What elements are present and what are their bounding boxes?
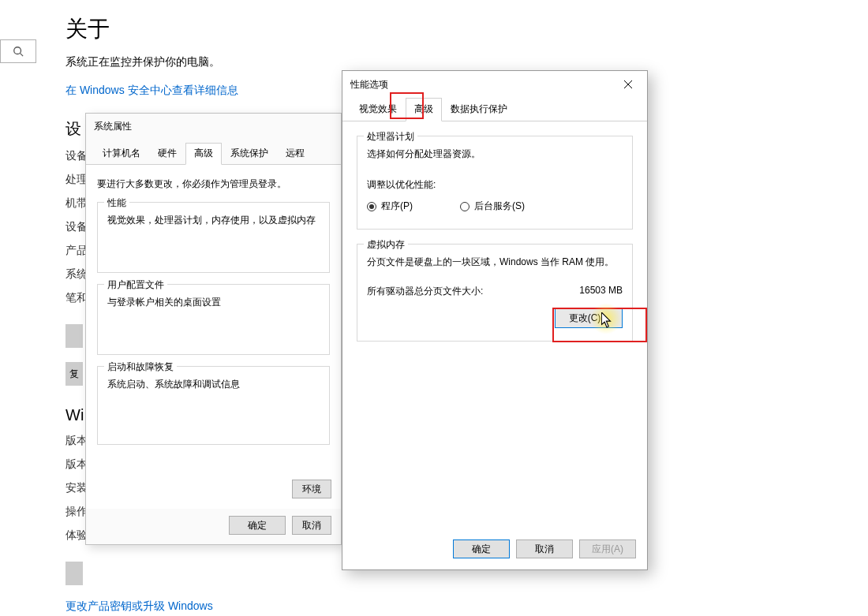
sysprops-body: 要进行大多数更改，你必须作为管理员登录。 性能 视觉效果，处理器计划，内存使用，… <box>86 165 341 509</box>
rename-label: 复 <box>69 368 79 381</box>
security-status: 系统正在监控并保护你的电脑。 <box>65 55 868 69</box>
dialog-title: 系统属性 <box>86 114 341 140</box>
cancel-button[interactable]: 取消 <box>292 516 331 535</box>
vm-total-value: 16503 MB <box>579 285 623 298</box>
user-profile-desc: 与登录帐户相关的桌面设置 <box>107 296 320 309</box>
perf-body: 处理器计划 选择如何分配处理器资源。 调整以优化性能: 程序(P) 后台服务(S… <box>342 121 647 367</box>
change-vm-button[interactable]: 更改(C)... <box>555 308 623 328</box>
radio-bg-label: 后台服务(S) <box>474 200 525 213</box>
perf-apply-button[interactable]: 应用(A) <box>579 539 636 558</box>
startup-recovery-desc: 系统启动、系统故障和调试信息 <box>107 378 320 391</box>
virtual-memory-group: 虚拟内存 分页文件是硬盘上的一块区域，Windows 当作 RAM 使用。 所有… <box>357 244 633 342</box>
tab-advanced[interactable]: 高级 <box>185 143 222 165</box>
copy-button-fragment[interactable] <box>65 324 83 348</box>
radio-programs-label: 程序(P) <box>381 200 413 213</box>
admin-note: 要进行大多数更改，你必须作为管理员登录。 <box>97 177 330 191</box>
perf-dialog-title: 性能选项 <box>350 78 388 91</box>
performance-group-title: 性能 <box>104 196 129 210</box>
tab-hardware[interactable]: 硬件 <box>149 143 185 164</box>
processor-scheduling-desc: 选择如何分配处理器资源。 <box>367 147 623 161</box>
radio-background-services[interactable]: 后台服务(S) <box>460 200 525 213</box>
page-title: 关于 <box>65 14 868 44</box>
change-product-key-link[interactable]: 更改产品密钥或升级 Windows <box>65 599 868 614</box>
system-properties-dialog: 系统属性 计算机名 硬件 高级 系统保护 远程 要进行大多数更改，你必须作为管理… <box>85 113 342 545</box>
tab-dep[interactable]: 数据执行保护 <box>442 98 516 121</box>
tab-computer-name[interactable]: 计算机名 <box>94 143 149 164</box>
sysprops-footer: 确定 取消 <box>229 516 331 535</box>
adjust-label: 调整以优化性能: <box>367 178 623 192</box>
perf-tabs: 视觉效果 高级 数据执行保护 <box>342 98 647 121</box>
scheduling-radio-row: 程序(P) 后台服务(S) <box>367 200 623 213</box>
startup-recovery-title: 启动和故障恢复 <box>104 360 177 374</box>
tab-visual-effects[interactable]: 视觉效果 <box>350 98 406 121</box>
perf-ok-button[interactable]: 确定 <box>453 539 510 558</box>
perf-cancel-button[interactable]: 取消 <box>516 539 573 558</box>
performance-group: 性能 视觉效果，处理器计划，内存使用，以及虚拟内存 <box>97 202 330 273</box>
virtual-memory-title: 虚拟内存 <box>364 238 408 252</box>
radio-dot-icon <box>460 202 470 211</box>
vm-total-label: 所有驱动器总分页文件大小: <box>367 285 483 298</box>
close-icon <box>624 80 632 88</box>
sysprops-tabs: 计算机名 硬件 高级 系统保护 远程 <box>86 143 341 165</box>
close-button[interactable] <box>615 76 641 93</box>
user-profile-group: 用户配置文件 与登录帐户相关的桌面设置 <box>97 284 330 355</box>
radio-programs[interactable]: 程序(P) <box>367 200 413 213</box>
user-profile-title: 用户配置文件 <box>104 278 167 292</box>
ok-button[interactable]: 确定 <box>229 516 286 535</box>
radio-dot-icon <box>367 202 376 211</box>
virtual-memory-desc: 分页文件是硬盘上的一块区域，Windows 当作 RAM 使用。 <box>367 256 623 269</box>
tab-system-protection[interactable]: 系统保护 <box>222 143 277 164</box>
env-vars-button[interactable]: 环境 <box>292 480 331 498</box>
startup-recovery-group: 启动和故障恢复 系统启动、系统故障和调试信息 <box>97 366 330 445</box>
tab-remote[interactable]: 远程 <box>277 143 313 164</box>
processor-scheduling-group: 处理器计划 选择如何分配处理器资源。 调整以优化性能: 程序(P) 后台服务(S… <box>357 136 633 230</box>
processor-scheduling-title: 处理器计划 <box>364 130 417 144</box>
performance-group-desc: 视觉效果，处理器计划，内存使用，以及虚拟内存 <box>107 214 320 227</box>
tab-perf-advanced[interactable]: 高级 <box>406 98 442 121</box>
copy-button-fragment-2[interactable] <box>65 562 83 585</box>
perf-titlebar: 性能选项 <box>342 71 647 98</box>
perf-footer: 确定 取消 应用(A) <box>453 539 636 558</box>
performance-options-dialog: 性能选项 视觉效果 高级 数据执行保护 处理器计划 选择如何分配处理器资源。 调… <box>342 70 648 570</box>
vm-total-row: 所有驱动器总分页文件大小: 16503 MB <box>367 285 623 298</box>
rename-button-fragment[interactable]: 复 <box>65 362 83 386</box>
